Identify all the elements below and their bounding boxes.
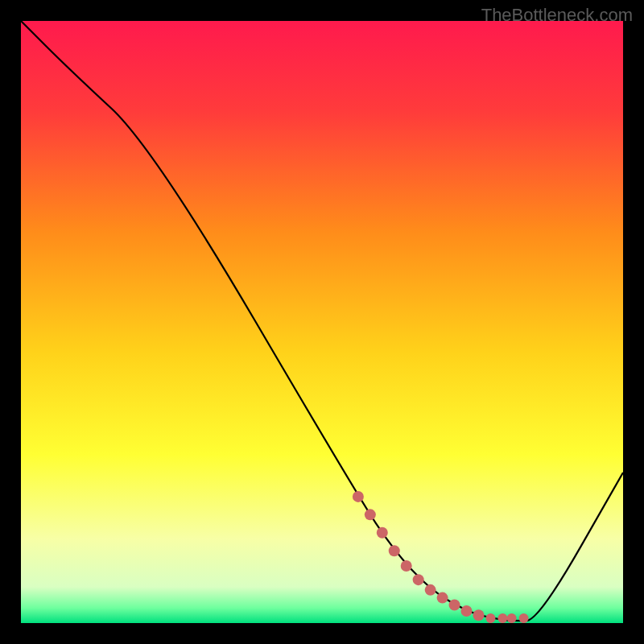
data-dot <box>377 527 388 539</box>
data-dot <box>485 613 495 623</box>
data-dot <box>353 491 364 502</box>
data-dot <box>437 592 448 604</box>
data-dot <box>413 574 424 585</box>
data-dot <box>519 613 529 623</box>
data-dot <box>507 613 517 623</box>
bottleneck-chart <box>21 21 623 623</box>
data-dot <box>365 509 376 520</box>
data-dot <box>401 560 412 572</box>
data-dot <box>425 584 436 596</box>
watermark-text: TheBottleneck.com <box>481 5 633 26</box>
gradient-background <box>21 21 623 623</box>
data-dot <box>449 600 460 611</box>
data-dot <box>497 613 507 623</box>
data-dot <box>461 605 473 617</box>
data-dot <box>389 545 400 556</box>
data-dot <box>473 609 484 621</box>
